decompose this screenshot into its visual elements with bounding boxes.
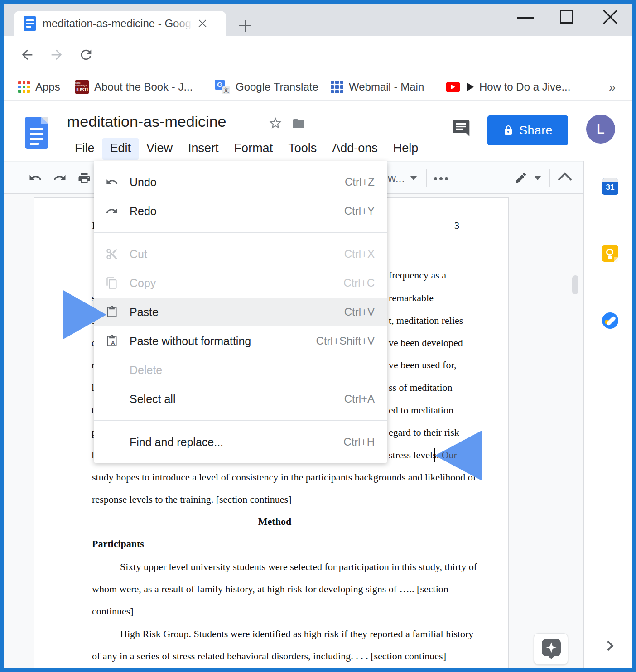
google-calendar-icon[interactable]: 31 [602,178,618,195]
page-number: 3 [454,219,459,232]
chevron-down-icon[interactable] [410,176,417,180]
share-label: Share [519,124,553,138]
toolbar-divider [426,169,427,187]
explore-sparkle-icon [542,639,561,656]
window-close-button[interactable] [595,4,627,33]
youtube-favicon-icon [446,82,460,92]
menu-divider [94,420,387,421]
bookmarks-overflow-icon[interactable]: » [609,81,616,95]
doc-line: of any in a series of stress related beh… [92,649,446,663]
new-tab-button[interactable] [236,16,254,34]
window-maximize-button[interactable] [553,4,584,33]
share-button[interactable]: Share [487,115,568,145]
menu-item-select-all[interactable]: Select all Ctrl+A [94,384,387,413]
editing-mode-pencil-icon[interactable] [512,169,530,187]
edit-dropdown-menu: Undo Ctrl+Z Redo Ctrl+Y Cut Ctrl+X Copy … [94,161,387,463]
menu-format[interactable]: Format [226,138,281,160]
doc-line: study hopes to introduce a level of cons… [92,470,476,484]
menu-help[interactable]: Help [385,138,426,160]
share-lock-icon [503,125,514,136]
menu-item-delete[interactable]: Delete [94,355,387,384]
webmail-favicon-icon [331,81,343,93]
google-docs-logo-icon[interactable] [25,117,48,149]
scrollbar-thumb[interactable] [572,275,578,294]
window-minimize-button[interactable] [511,4,543,33]
annotation-arrow-right-icon [63,290,106,340]
undo-icon [94,176,130,188]
font-selector-fragment[interactable]: w... [388,172,405,185]
print-icon[interactable] [75,169,93,187]
chevron-down-icon[interactable] [535,176,541,180]
move-to-folder-icon[interactable] [291,117,306,132]
doc-line: ve been used for, [389,358,456,372]
text-cursor [434,448,435,462]
doc-line: remarkable [389,291,434,305]
menu-edit[interactable]: Edit [102,138,139,160]
translate-favicon-icon: G 文 [215,80,230,94]
menu-divider [94,232,387,233]
menu-item-cut[interactable]: Cut Ctrl+X [94,240,387,269]
comments-icon[interactable] [450,118,472,140]
browser-window: meditation-as-medicine - Google https://… [0,0,636,672]
menu-item-redo[interactable]: Redo Ctrl+Y [94,197,387,226]
play-icon [467,82,474,91]
doc-line: frequency as a [389,269,446,282]
docs-menubar: File Edit View Insert Format Tools Add-o… [67,138,426,160]
docs-header: meditation-as-medicine File Edit View In… [4,101,632,161]
menu-view[interactable]: View [139,138,180,160]
bookmark-webmail[interactable]: Webmail - Main [331,77,424,97]
menu-item-find-and-replace[interactable]: Find and replace... Ctrl+H [94,427,387,456]
menu-tools[interactable]: Tools [280,138,324,160]
google-side-panel: 31 [583,161,632,668]
browser-tab[interactable]: meditation-as-medicine - Google [14,11,226,36]
doc-line: t, meditation relies [389,314,463,327]
doc-line: response levels to the training. [sectio… [92,493,292,506]
menu-file[interactable]: File [67,138,102,160]
justi-favicon-icon: rvard University's IUSTI [75,80,89,94]
word-after-cursor: Our [442,449,457,461]
back-icon[interactable] [17,45,37,65]
bookmark-about-the-book[interactable]: rvard University's IUSTI About the Book … [75,77,193,97]
tab-close-icon[interactable] [195,16,210,31]
browser-navbar: https://docs.google.com/document/d/1SiDy… [4,36,632,73]
svg-text:A: A [111,340,115,346]
tab-title: meditation-as-medicine - Google [43,17,192,30]
copy-icon [94,277,130,289]
scissors-icon [94,248,130,260]
doc-line: whom were, as a result of family history… [92,582,448,596]
redo-icon [94,205,130,217]
doc-line: ed to meditation [389,403,453,417]
explore-button[interactable] [534,633,568,665]
google-keep-icon[interactable] [602,245,618,262]
doc-line: ss of meditation [389,381,453,394]
doc-line: continues] [92,605,134,618]
doc-heading-participants: Participants [92,537,144,551]
doc-heading-method: Method [92,515,458,528]
menu-addons[interactable]: Add-ons [324,138,385,160]
menu-item-copy[interactable]: Copy Ctrl+C [94,269,387,298]
collapse-toolbar-icon[interactable] [558,172,572,186]
redo-icon[interactable] [51,169,69,187]
document-title[interactable]: meditation-as-medicine [67,113,226,130]
bookmark-google-translate[interactable]: G 文 Google Translate [215,77,318,97]
doc-line: stress levels. Our [389,448,457,462]
doc-line: High Risk Group. Students were identifie… [120,627,473,641]
menu-item-paste[interactable]: Paste Ctrl+V [94,298,387,326]
chevron-right-icon[interactable] [603,641,614,651]
google-docs-favicon-icon [24,16,36,31]
toolbar-divider [549,169,550,187]
google-tasks-icon[interactable] [602,312,618,329]
apps-grid-icon [18,81,30,93]
browser-titlebar: meditation-as-medicine - Google [4,4,632,36]
bookmark-youtube-jive[interactable]: How to Do a Jive... [446,77,570,97]
menu-item-paste-without-formatting[interactable]: A Paste without formatting Ctrl+Shift+V [94,326,387,355]
star-document-icon[interactable] [268,116,283,132]
menu-item-undo[interactable]: Undo Ctrl+Z [94,168,387,197]
account-avatar[interactable]: L [586,115,615,144]
forward-icon[interactable] [47,45,67,65]
menu-insert[interactable]: Insert [180,138,226,160]
undo-icon[interactable] [26,169,44,187]
doc-line: Sixty upper level university students we… [120,560,477,574]
bookmark-apps[interactable]: Apps [18,77,60,97]
reload-icon[interactable] [76,45,96,65]
